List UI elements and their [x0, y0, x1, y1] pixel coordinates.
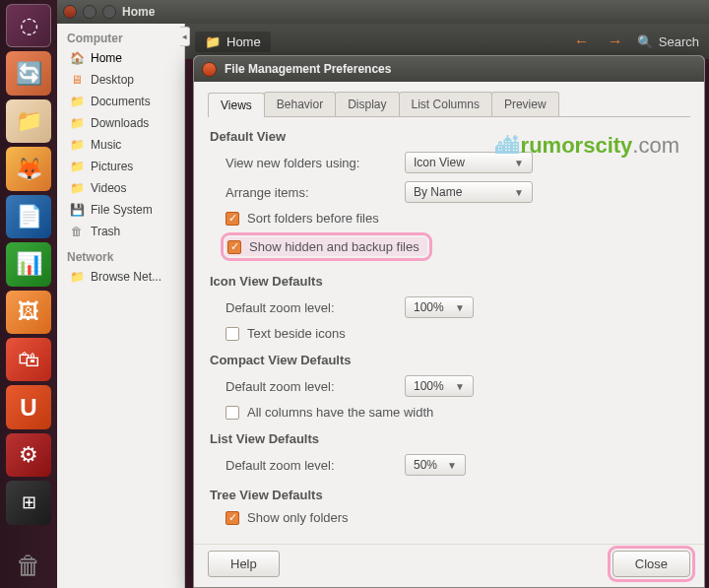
- launcher-trash[interactable]: 🗑: [6, 545, 51, 588]
- launcher-app-1[interactable]: 🔄: [6, 51, 51, 95]
- sidebar-item-label: Downloads: [91, 116, 149, 130]
- trash-icon: 🗑: [69, 224, 85, 239]
- folder-icon: 📁: [69, 137, 85, 153]
- icon-zoom-select[interactable]: 100%▼: [405, 296, 474, 318]
- view-new-folders-label: View new folders using:: [226, 156, 393, 170]
- sidebar-item-browse-network[interactable]: 📁Browse Net...: [57, 266, 184, 288]
- forward-button[interactable]: →: [604, 33, 627, 50]
- select-value: 50%: [414, 458, 437, 472]
- folder-icon: 📁: [69, 269, 85, 285]
- checkbox-label: Show only folders: [247, 510, 349, 525]
- list-zoom-label: Default zoom level:: [226, 458, 393, 473]
- sidebar-item-documents[interactable]: 📁Documents: [57, 91, 184, 112]
- checkbox-icon: ✓: [227, 240, 241, 254]
- chevron-down-icon: ▼: [514, 187, 524, 198]
- tab-preview[interactable]: Preview: [491, 92, 559, 116]
- search-icon: 🔍: [637, 34, 653, 49]
- tab-views[interactable]: Views: [208, 93, 265, 117]
- tab-list-columns[interactable]: List Columns: [399, 92, 492, 116]
- launcher-workspace[interactable]: ⊞: [6, 481, 51, 524]
- dash-icon[interactable]: ◌: [6, 4, 51, 47]
- breadcrumb-label: Home: [226, 34, 261, 49]
- sidebar-collapse-handle[interactable]: ◂: [180, 27, 190, 46]
- checkbox-icon: ✓: [226, 212, 239, 226]
- text-beside-checkbox[interactable]: Text beside icons: [226, 326, 688, 341]
- location-toolbar: 📁Home ← → 🔍Search: [185, 24, 709, 59]
- show-hidden-checkbox[interactable]: ✓Show hidden and backup files: [226, 237, 427, 256]
- sidebar-item-trash[interactable]: 🗑Trash: [57, 221, 184, 242]
- section-tree-view: Tree View Defaults: [210, 488, 688, 502]
- sidebar-header-computer: Computer: [57, 24, 184, 47]
- sidebar-item-music[interactable]: 📁Music: [57, 134, 184, 156]
- checkbox-icon: ✓: [226, 511, 239, 525]
- sidebar-item-pictures[interactable]: 📁Pictures: [57, 156, 184, 177]
- sidebar-item-label: Browse Net...: [91, 270, 161, 284]
- chevron-down-icon: ▼: [514, 158, 524, 168]
- compact-zoom-select[interactable]: 100%▼: [405, 375, 474, 397]
- help-button[interactable]: Help: [208, 551, 280, 577]
- sidebar-item-downloads[interactable]: 📁Downloads: [57, 112, 184, 134]
- dialog-button-bar: Help Close: [194, 544, 704, 587]
- chevron-down-icon: ▼: [455, 302, 465, 313]
- folder-icon: 📁: [69, 94, 85, 109]
- folder-icon: 📁: [69, 115, 85, 131]
- dialog-title: File Management Preferences: [225, 62, 391, 76]
- search-label: Search: [659, 34, 699, 49]
- checkbox-label: All columns have the same width: [247, 405, 433, 420]
- arrange-items-label: Arrange items:: [226, 185, 393, 200]
- window-close-icon[interactable]: [63, 5, 77, 19]
- launcher-writer[interactable]: 📄: [6, 195, 51, 238]
- sidebar-item-label: Trash: [91, 225, 120, 238]
- window-maximize-icon[interactable]: [102, 5, 116, 19]
- checkbox-label: Sort folders before files: [247, 211, 379, 226]
- tabs: Views Behavior Display List Columns Prev…: [208, 92, 690, 117]
- launcher-files[interactable]: 📁: [6, 99, 51, 143]
- select-value: Icon View: [414, 156, 465, 169]
- window-title: Home: [122, 5, 155, 19]
- drive-icon: 💾: [69, 202, 85, 218]
- launcher-software[interactable]: 🛍: [6, 338, 51, 381]
- section-default-view: Default View: [210, 129, 688, 144]
- arrange-items-select[interactable]: By Name▼: [405, 181, 533, 203]
- launcher-ubuntu-one[interactable]: U: [6, 385, 51, 428]
- tab-display[interactable]: Display: [335, 92, 399, 116]
- sidebar-item-desktop[interactable]: 🖥Desktop: [57, 69, 184, 91]
- places-sidebar: Computer 🏠Home 🖥Desktop 📁Documents 📁Down…: [57, 24, 185, 588]
- sidebar-item-filesystem[interactable]: 💾File System: [57, 199, 184, 221]
- sidebar-item-videos[interactable]: 📁Videos: [57, 177, 184, 199]
- close-button[interactable]: Close: [612, 551, 690, 577]
- select-value: 100%: [414, 300, 444, 314]
- dialog-close-icon[interactable]: [202, 62, 217, 77]
- window-minimize-icon[interactable]: [83, 5, 97, 19]
- launcher-firefox[interactable]: 🦊: [6, 147, 51, 190]
- window-titlebar: Home: [57, 0, 709, 24]
- folder-icon: 🖥: [69, 72, 85, 88]
- list-zoom-select[interactable]: 50%▼: [405, 454, 466, 476]
- sort-folders-checkbox[interactable]: ✓Sort folders before files: [226, 211, 688, 226]
- sidebar-item-home[interactable]: 🏠Home: [57, 47, 184, 69]
- compact-zoom-label: Default zoom level:: [226, 379, 393, 394]
- view-new-folders-select[interactable]: Icon View▼: [405, 152, 533, 173]
- sidebar-item-label: File System: [91, 203, 153, 217]
- breadcrumb-home[interactable]: 📁Home: [195, 32, 271, 52]
- folder-icon: 🏠: [69, 50, 85, 66]
- sidebar-item-label: Music: [91, 138, 121, 152]
- home-icon: 📁: [205, 34, 221, 49]
- sidebar-item-label: Pictures: [91, 160, 133, 173]
- select-value: By Name: [414, 185, 462, 199]
- icon-zoom-label: Default zoom level:: [226, 300, 393, 315]
- sidebar-header-network: Network: [57, 242, 184, 266]
- launcher-impress[interactable]: 🖼: [6, 291, 51, 334]
- show-only-folders-checkbox[interactable]: ✓Show only folders: [226, 510, 688, 525]
- unity-launcher: ◌ 🔄 📁 🦊 📄 📊 🖼 🛍 U ⚙ ⊞ 🗑: [0, 0, 57, 588]
- sidebar-item-label: Home: [91, 51, 122, 65]
- sidebar-item-label: Desktop: [91, 73, 134, 87]
- same-width-checkbox[interactable]: All columns have the same width: [226, 405, 688, 420]
- launcher-settings[interactable]: ⚙: [6, 433, 51, 477]
- back-button[interactable]: ←: [570, 33, 594, 50]
- launcher-calc[interactable]: 📊: [6, 242, 51, 286]
- tab-behavior[interactable]: Behavior: [264, 92, 336, 116]
- select-value: 100%: [414, 379, 444, 393]
- checkbox-icon: [226, 327, 239, 341]
- search-button[interactable]: 🔍Search: [637, 34, 699, 49]
